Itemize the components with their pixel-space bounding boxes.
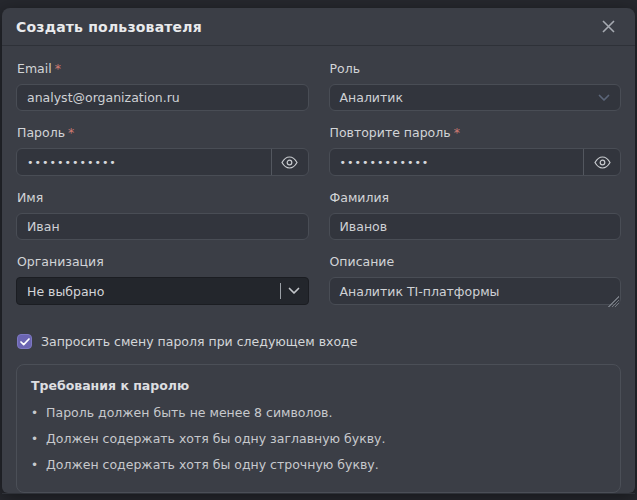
password-field-group: Пароль* bbox=[16, 122, 309, 176]
role-selected-value: Аналитик bbox=[340, 90, 403, 105]
force-password-change-row: Запросить смену пароля при следующем вхо… bbox=[17, 334, 621, 349]
requirements-title: Требования к паролю bbox=[31, 378, 606, 393]
required-asterisk: * bbox=[55, 61, 61, 76]
first-name-input[interactable] bbox=[16, 213, 309, 240]
bullet-icon: • bbox=[31, 432, 38, 446]
required-asterisk: * bbox=[454, 125, 460, 140]
organization-selected-value: Не выбрано bbox=[27, 284, 280, 299]
force-password-change-label[interactable]: Запросить смену пароля при следующем вхо… bbox=[41, 334, 357, 349]
email-input[interactable] bbox=[16, 84, 309, 111]
required-asterisk: * bbox=[68, 125, 74, 140]
role-select[interactable]: Аналитик bbox=[329, 84, 622, 111]
show-password-repeat-button[interactable] bbox=[583, 149, 620, 175]
password-repeat-label-text: Повторите пароль bbox=[330, 125, 451, 140]
password-input[interactable] bbox=[17, 149, 271, 175]
dialog-header: Создать пользователя bbox=[2, 8, 635, 46]
requirement-text: Должен содержать хотя бы одну строчную б… bbox=[46, 457, 379, 472]
close-icon[interactable] bbox=[597, 16, 619, 38]
password-label: Пароль* bbox=[17, 125, 309, 140]
chevron-down-icon bbox=[288, 287, 300, 295]
organization-field-group: Организация Не выбрано bbox=[16, 251, 309, 309]
requirement-item: • Должен содержать хотя бы одну заглавну… bbox=[31, 431, 606, 446]
first-name-field-group: Имя bbox=[16, 187, 309, 240]
role-label: Роль bbox=[330, 61, 622, 76]
last-name-field-group: Фамилия bbox=[329, 187, 622, 240]
dialog-body: Email* Роль Аналитик Пароль* bbox=[2, 46, 635, 493]
description-textarea[interactable]: Аналитик TI-платформы bbox=[329, 277, 622, 305]
email-field-group: Email* bbox=[16, 58, 309, 111]
organization-select[interactable]: Не выбрано bbox=[16, 277, 309, 305]
bullet-icon: • bbox=[31, 458, 38, 472]
password-repeat-input-wrap bbox=[329, 148, 622, 176]
last-name-label: Фамилия bbox=[330, 190, 622, 205]
description-label: Описание bbox=[330, 254, 622, 269]
first-name-label: Имя bbox=[17, 190, 309, 205]
requirement-item: • Пароль должен быть не менее 8 символов… bbox=[31, 405, 606, 420]
dialog-footer: Создать bbox=[2, 493, 635, 500]
check-icon bbox=[20, 338, 30, 346]
password-input-wrap bbox=[16, 148, 309, 176]
description-field-group: Описание Аналитик TI-платформы bbox=[329, 251, 622, 309]
chevron-down-icon bbox=[598, 94, 610, 102]
create-user-dialog: Создать пользователя Email* Роль Аналити… bbox=[2, 8, 635, 493]
eye-icon bbox=[594, 156, 611, 169]
password-label-text: Пароль bbox=[17, 125, 65, 140]
force-password-change-checkbox[interactable] bbox=[17, 334, 32, 349]
password-requirements-panel: Требования к паролю • Пароль должен быть… bbox=[16, 364, 621, 493]
email-label: Email* bbox=[17, 61, 309, 76]
select-divider bbox=[280, 283, 281, 299]
password-repeat-input[interactable] bbox=[330, 149, 584, 175]
requirement-text: Пароль должен быть не менее 8 символов. bbox=[46, 405, 332, 420]
password-repeat-field-group: Повторите пароль* bbox=[329, 122, 622, 176]
requirement-text: Должен содержать хотя бы одну заглавную … bbox=[46, 431, 385, 446]
last-name-input[interactable] bbox=[329, 213, 622, 240]
role-field-group: Роль Аналитик bbox=[329, 58, 622, 111]
show-password-button[interactable] bbox=[271, 149, 308, 175]
requirement-item: • Должен содержать хотя бы одну строчную… bbox=[31, 457, 606, 472]
eye-icon bbox=[281, 156, 298, 169]
password-repeat-label: Повторите пароль* bbox=[330, 125, 622, 140]
email-label-text: Email bbox=[17, 61, 52, 76]
organization-label: Организация bbox=[17, 254, 309, 269]
bullet-icon: • bbox=[31, 406, 38, 420]
dialog-title: Создать пользователя bbox=[16, 19, 202, 35]
